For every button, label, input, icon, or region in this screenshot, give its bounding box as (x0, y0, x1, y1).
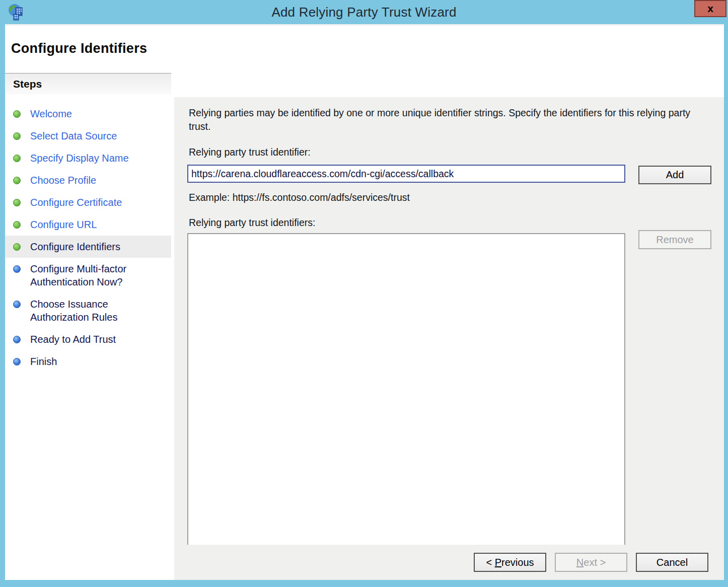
steps-list: WelcomeSelect Data SourceSpecify Display… (5, 95, 171, 373)
window-bottom-border (0, 580, 728, 587)
sidebar-step-label: Choose Issuance Authorization Rules (30, 298, 156, 324)
sidebar-step-label: Configure URL (30, 218, 97, 231)
close-button[interactable]: x (694, 0, 726, 17)
upcoming-bullet-icon (13, 301, 21, 308)
sidebar-step-label: Welcome (30, 107, 72, 120)
sidebar-step-choose-profile[interactable]: Choose Profile (5, 169, 171, 191)
sidebar-step-finish: Finish (5, 350, 171, 373)
configure-identifiers-panel: Relying parties may be identified by one… (174, 97, 724, 565)
sidebar-step-configure-identifiers: Configure Identifiers (5, 236, 171, 258)
page-title: Configure Identifiers (11, 41, 147, 56)
page-header: Configure Identifiers (5, 24, 724, 73)
adfs-wizard-icon (7, 3, 26, 22)
sidebar-step-select-data-source[interactable]: Select Data Source (5, 125, 171, 147)
completed-bullet-icon (13, 177, 21, 184)
completed-bullet-icon (13, 155, 21, 162)
identifier-label: Relying party trust identifier: (189, 146, 311, 158)
next-button-label: Next > (576, 557, 606, 568)
upcoming-bullet-icon (13, 358, 21, 365)
sidebar-step-label: Configure Certificate (30, 196, 122, 209)
content-area: Relying parties may be identified by one… (174, 73, 724, 580)
sidebar-step-configure-multi-factor-authentication-now: Configure Multi-factor Authentication No… (5, 258, 171, 293)
steps-sidebar: Steps WelcomeSelect Data SourceSpecify D… (5, 73, 171, 580)
sidebar-step-ready-to-add-trust: Ready to Add Trust (5, 328, 171, 350)
sidebar-step-label: Ready to Add Trust (30, 333, 116, 346)
upcoming-bullet-icon (13, 265, 21, 273)
window-title: Add Relying Party Trust Wizard (0, 5, 728, 20)
cancel-button[interactable]: Cancel (636, 553, 708, 572)
sidebar-step-label: Select Data Source (30, 129, 117, 142)
previous-button-label: < Previous (486, 557, 534, 568)
sidebar-step-configure-url[interactable]: Configure URL (5, 213, 171, 236)
completed-bullet-icon (13, 221, 21, 229)
titlebar: Add Relying Party Trust Wizard x (0, 0, 728, 24)
steps-header: Steps (5, 74, 171, 95)
sidebar-step-label: Finish (30, 355, 57, 368)
identifier-input[interactable] (187, 165, 625, 183)
sidebar-step-choose-issuance-authorization-rules: Choose Issuance Authorization Rules (5, 293, 171, 328)
sidebar-step-configure-certificate[interactable]: Configure Certificate (5, 191, 171, 213)
completed-bullet-icon (13, 243, 21, 251)
upcoming-bullet-icon (13, 336, 21, 343)
add-button[interactable]: Add (638, 166, 711, 184)
sidebar-step-welcome[interactable]: Welcome (5, 103, 171, 125)
previous-button[interactable]: < Previous (474, 553, 546, 572)
identifiers-listbox[interactable] (187, 233, 625, 549)
wizard-footer: < Previous Next > Cancel (174, 545, 724, 580)
sidebar-step-label: Choose Profile (30, 174, 96, 187)
sidebar-step-label: Configure Identifiers (30, 240, 120, 253)
sidebar-step-specify-display-name[interactable]: Specify Display Name (5, 147, 171, 169)
wizard-window: Configure Identifiers Steps WelcomeSelec… (5, 24, 724, 580)
next-button[interactable]: Next > (555, 553, 627, 572)
completed-bullet-icon (13, 132, 21, 140)
identifiers-list-label: Relying party trust identifiers: (189, 217, 315, 229)
completed-bullet-icon (13, 110, 21, 118)
sidebar-step-label: Configure Multi-factor Authentication No… (30, 262, 156, 288)
intro-text: Relying parties may be identified by one… (189, 106, 707, 133)
completed-bullet-icon (13, 199, 21, 206)
remove-button[interactable]: Remove (638, 230, 711, 249)
example-text: Example: https://fs.contoso.com/adfs/ser… (189, 192, 410, 203)
sidebar-step-label: Specify Display Name (30, 152, 129, 165)
